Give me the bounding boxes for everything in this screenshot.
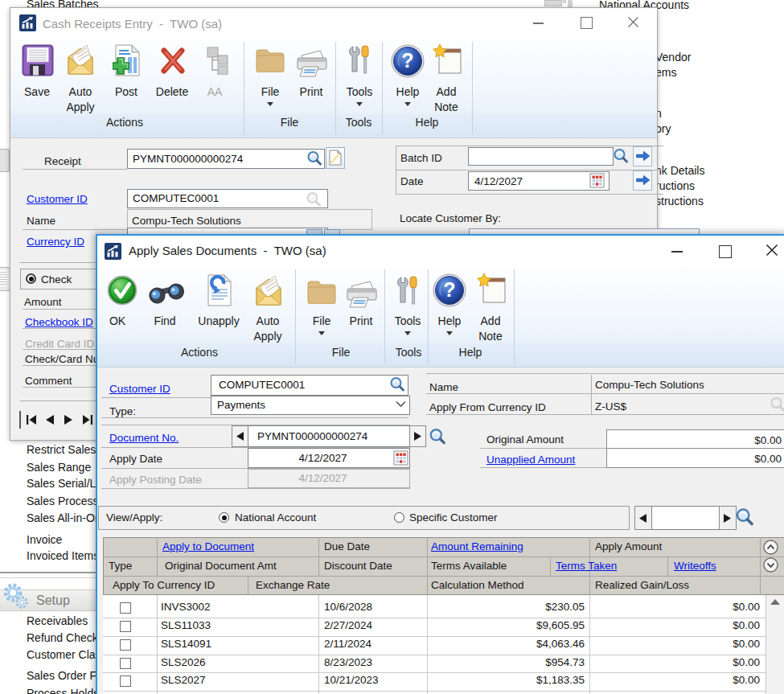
svg-text:?: ? <box>443 278 455 301</box>
svg-text:?: ? <box>401 49 413 72</box>
